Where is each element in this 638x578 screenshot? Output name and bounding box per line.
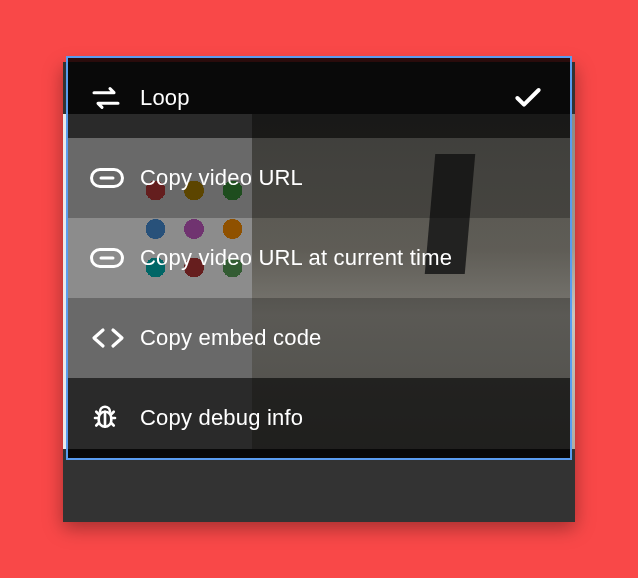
menu-item-label: Loop	[140, 84, 504, 113]
link-icon	[90, 248, 140, 268]
menu-item-label: Copy video URL	[140, 164, 504, 193]
menu-item-copy-url-at-time[interactable]: Copy video URL at current time	[68, 218, 570, 298]
menu-item-label: Copy embed code	[140, 324, 504, 353]
menu-item-label: Copy video URL at current time	[140, 244, 504, 273]
loop-icon	[90, 82, 140, 114]
menu-item-loop[interactable]: Loop	[68, 58, 570, 138]
context-menu: Loop Copy video URL	[66, 56, 572, 460]
bug-icon	[90, 403, 140, 433]
check-icon	[504, 82, 544, 114]
menu-item-copy-embed[interactable]: Copy embed code	[68, 298, 570, 378]
video-player-frame: Loop Copy video URL	[63, 62, 575, 522]
menu-item-copy-debug[interactable]: Copy debug info	[68, 378, 570, 458]
link-icon	[90, 168, 140, 188]
menu-item-label: Copy debug info	[140, 404, 504, 433]
menu-item-copy-url[interactable]: Copy video URL	[68, 138, 570, 218]
code-icon	[90, 326, 140, 350]
